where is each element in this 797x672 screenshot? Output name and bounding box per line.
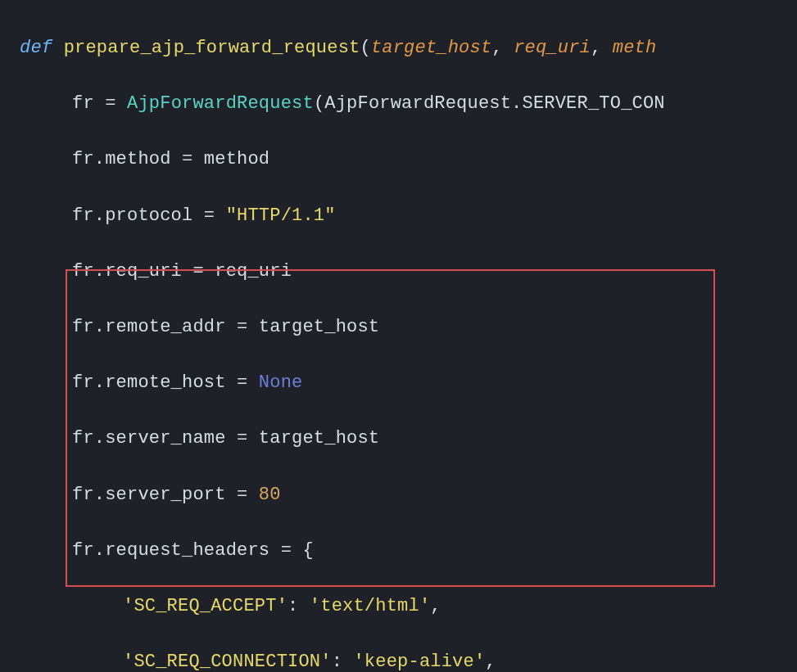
number-literal: 80 [259, 485, 281, 505]
param: target_host [371, 38, 491, 58]
code-line: fr.server_port = 80 [0, 481, 797, 509]
code-line: fr.remote_host = None [0, 369, 797, 397]
param: meth [613, 38, 657, 58]
code-line: fr = AjpForwardRequest(AjpForwardRequest… [0, 90, 797, 118]
class-name: AjpForwardRequest [127, 93, 314, 114]
const-none: None [259, 372, 303, 393]
code-line: def prepare_ajp_forward_request(target_h… [0, 34, 797, 62]
code-line: fr.protocol = "HTTP/1.1" [0, 202, 797, 230]
code-line: fr.request_headers = { [0, 537, 797, 565]
code-line: 'SC_REQ_CONNECTION': 'keep-alive', [0, 648, 797, 672]
code-line: fr.remote_addr = target_host [0, 313, 797, 341]
keyword-def: def [20, 38, 52, 58]
function-name: prepare_ajp_forward_request [64, 38, 360, 58]
code-block: def prepare_ajp_forward_request(target_h… [0, 0, 797, 672]
code-line: fr.server_name = target_host [0, 425, 797, 453]
string-literal: "HTTP/1.1" [226, 205, 336, 226]
code-line: fr.method = method [0, 146, 797, 174]
code-line: fr.req_uri = req_uri [0, 258, 797, 286]
code-line: 'SC_REQ_ACCEPT': 'text/html', [0, 593, 797, 620]
param: req_uri [514, 38, 591, 58]
